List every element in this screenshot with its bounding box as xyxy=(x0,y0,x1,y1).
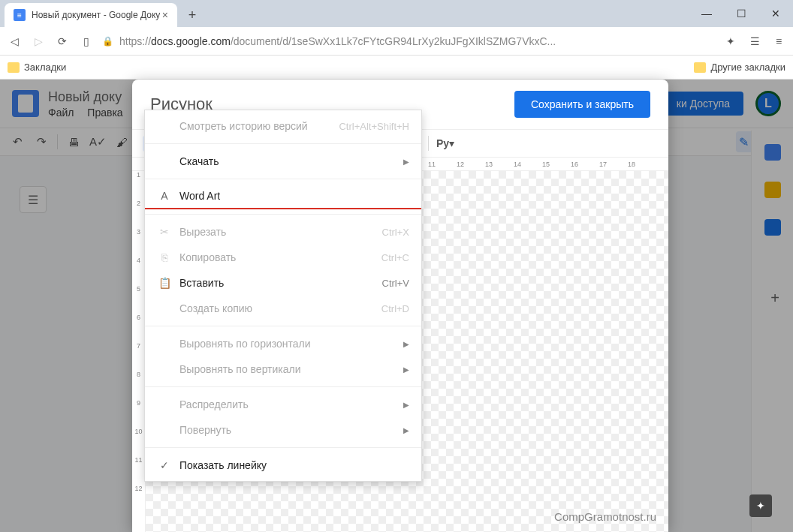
new-tab-button[interactable]: + xyxy=(182,5,203,26)
reading-list-icon[interactable]: ☰ xyxy=(746,33,763,50)
menu-show-ruler[interactable]: ✓ Показать линейку xyxy=(145,452,421,478)
copy-icon: ⎘ xyxy=(157,251,172,263)
menu-align-horizontal: Выровнять по горизонтали ▶ xyxy=(145,331,421,356)
extensions-icon[interactable]: ✦ xyxy=(722,33,739,50)
menu-download[interactable]: Скачать ▶ xyxy=(145,149,421,174)
folder-icon xyxy=(8,62,20,73)
drawing-dialog: Рисунок Сохранить и закрыть Действия ↶ ↷… xyxy=(132,80,668,532)
wordart-icon: A xyxy=(157,190,172,202)
menu-cut: ✂ Вырезать Ctrl+X xyxy=(145,219,421,245)
menu-version-history: Смотреть историю версий Ctrl+Alt+Shift+H xyxy=(145,113,421,139)
browser-tabbar: ≡ Новый документ - Google Доку × + — ☐ ✕ xyxy=(0,0,793,27)
tab-title: Новый документ - Google Доку xyxy=(32,10,160,20)
docs-favicon: ≡ xyxy=(14,9,26,21)
paste-icon: 📋 xyxy=(157,277,172,289)
menu-copy: ⎘ Копировать Ctrl+C xyxy=(145,245,421,270)
menu-icon[interactable]: ≡ xyxy=(770,33,787,50)
close-button[interactable]: ✕ xyxy=(758,0,793,27)
watermark: CompGramotnost.ru xyxy=(554,510,656,523)
chevron-right-icon: ▶ xyxy=(403,401,409,409)
menu-duplicate: Создать копию Ctrl+D xyxy=(145,296,421,321)
drawing-toolbar: Действия ↶ ↷ 🔍▾ ↖ ╲▾ ◯▾ ⊡ 🖼 Py▾ Смотреть… xyxy=(132,129,668,158)
lock-icon: 🔒 xyxy=(102,36,113,47)
save-and-close-button[interactable]: Сохранить и закрыть xyxy=(514,91,650,118)
browser-tab[interactable]: ≡ Новый документ - Google Доку × xyxy=(5,3,177,27)
other-bookmarks[interactable]: Другие закладки xyxy=(710,62,785,73)
minimize-button[interactable]: — xyxy=(689,0,724,27)
menu-wordart[interactable]: A Word Art xyxy=(145,184,421,209)
window-controls: — ☐ ✕ xyxy=(689,0,793,27)
chevron-right-icon: ▶ xyxy=(403,158,409,166)
back-button[interactable]: ◁ xyxy=(6,33,23,50)
reload-button[interactable]: ⟳ xyxy=(54,33,71,50)
menu-paste[interactable]: 📋 Вставить Ctrl+V xyxy=(145,270,421,296)
check-icon: ✓ xyxy=(157,459,172,471)
menu-rotate: Повернуть ▶ xyxy=(145,417,421,443)
bookmarks-label[interactable]: Закладки xyxy=(24,62,66,73)
cut-icon: ✂ xyxy=(157,226,172,238)
close-tab-icon[interactable]: × xyxy=(162,9,168,21)
folder-icon xyxy=(694,62,706,73)
more-icon[interactable]: Py▾ xyxy=(436,134,454,152)
bookmark-icon[interactable]: ▯ xyxy=(78,33,95,50)
menu-distribute: Распределить ▶ xyxy=(145,392,421,417)
maximize-button[interactable]: ☐ xyxy=(724,0,758,27)
url-field[interactable]: 🔒 https://docs.google.com/document/d/1se… xyxy=(102,35,715,47)
address-bar: ◁ ▷ ⟳ ▯ 🔒 https://docs.google.com/docume… xyxy=(0,27,793,56)
forward-button[interactable]: ▷ xyxy=(30,33,47,50)
explore-button[interactable]: ✦ xyxy=(749,494,772,517)
bookmarks-bar: Закладки Другие закладки xyxy=(0,56,793,80)
chevron-right-icon: ▶ xyxy=(403,340,409,348)
chevron-right-icon: ▶ xyxy=(403,426,409,434)
menu-align-vertical: Выровнять по вертикали ▶ xyxy=(145,356,421,382)
actions-menu: Смотреть историю версий Ctrl+Alt+Shift+H… xyxy=(144,110,422,482)
chevron-right-icon: ▶ xyxy=(403,365,409,374)
